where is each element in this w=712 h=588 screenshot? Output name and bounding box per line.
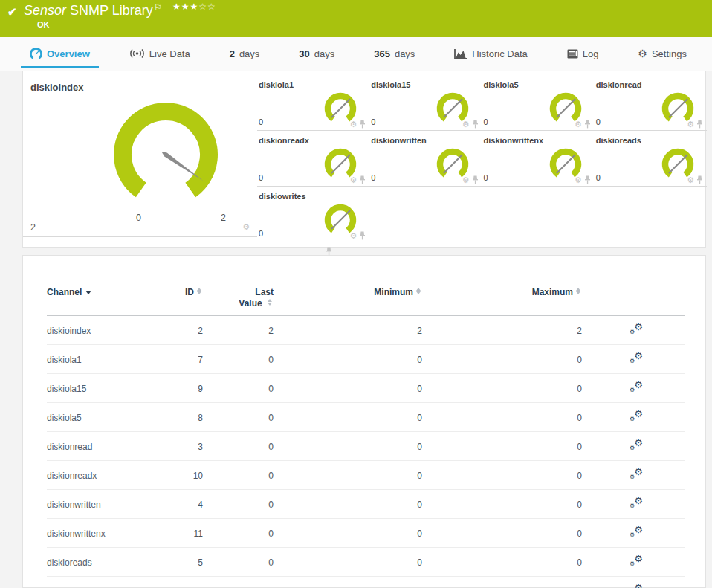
gear-icon[interactable]: ⚙ xyxy=(349,120,357,129)
gauge-needle xyxy=(444,99,462,117)
tab-2-days[interactable]: 2days xyxy=(221,41,269,68)
gear-icon[interactable]: ⚙ xyxy=(575,120,582,129)
channel-settings-icon[interactable]: ⚙⚙ xyxy=(630,352,643,364)
pin-icon[interactable] xyxy=(359,175,366,184)
channel-settings-icon[interactable]: ⚙⚙ xyxy=(630,526,643,538)
gear-icon[interactable]: ⚙ xyxy=(242,223,250,231)
priority-star-rating[interactable]: ★★★☆☆ xyxy=(172,1,216,12)
pin-icon[interactable] xyxy=(326,247,332,256)
tab-live-data[interactable]: Live Data xyxy=(120,41,199,68)
last-value-cell: 0 xyxy=(209,461,279,490)
channel-settings-icon[interactable]: ⚙⚙ xyxy=(630,584,643,588)
column-header-channel[interactable]: Channel xyxy=(47,287,157,316)
channel-settings-icon[interactable]: ⚙⚙ xyxy=(630,410,643,422)
status-check-icon: ✔ xyxy=(7,5,17,19)
table-row-diskionwritten: diskionwritten4000⚙⚙ xyxy=(47,490,685,519)
channel-name-cell: diskiowrites xyxy=(47,577,157,588)
maximum-cell: 0 xyxy=(428,519,588,548)
gauge-icon xyxy=(30,48,42,60)
gauge-current-value: 0 xyxy=(259,173,263,182)
tab-number: 2 xyxy=(230,48,235,59)
pin-icon[interactable] xyxy=(472,175,479,184)
minimum-cell: 2 xyxy=(279,316,428,345)
minimum-cell: 0 xyxy=(279,548,428,577)
gauge-current-value: 0 xyxy=(484,173,488,182)
gear-icon[interactable]: ⚙ xyxy=(349,176,357,184)
gauge-channel-label: diskioindex xyxy=(30,82,84,93)
sort-icon xyxy=(197,288,203,295)
pin-icon[interactable] xyxy=(359,231,366,240)
channel-settings-icon[interactable]: ⚙⚙ xyxy=(630,381,643,393)
settings-cell: ⚙⚙ xyxy=(588,461,685,490)
gauge-needle xyxy=(331,155,350,173)
gear-icon[interactable]: ⚙ xyxy=(575,176,582,184)
star-empty-icon[interactable]: ☆ xyxy=(198,1,207,12)
channel-settings-icon[interactable]: ⚙⚙ xyxy=(630,497,643,509)
star-filled-icon[interactable]: ★ xyxy=(190,1,199,12)
tab-label: days xyxy=(314,48,334,59)
column-header-id[interactable]: ID xyxy=(157,287,209,316)
settings-cell: ⚙⚙ xyxy=(588,548,685,577)
settings-cell: ⚙⚙ xyxy=(588,345,685,374)
minimum-cell: 0 xyxy=(279,577,428,588)
table-row-diskiola15: diskiola159000⚙⚙ xyxy=(47,374,685,403)
channel-settings-icon[interactable]: ⚙⚙ xyxy=(630,439,643,451)
pin-icon[interactable] xyxy=(584,175,591,184)
flag-icon[interactable]: ⚐ xyxy=(154,2,162,13)
settings-cell: ⚙⚙ xyxy=(588,519,685,548)
tab-bar: OverviewLive Data2days30days365daysHisto… xyxy=(0,37,712,71)
id-cell: 6 xyxy=(157,577,209,588)
sort-icon xyxy=(268,299,274,306)
tab-365-days[interactable]: 365days xyxy=(365,41,424,68)
pin-icon[interactable] xyxy=(472,120,479,129)
log-icon xyxy=(567,49,578,59)
star-filled-icon[interactable]: ★ xyxy=(181,1,190,12)
star-empty-icon[interactable]: ☆ xyxy=(207,1,216,12)
sensor-header-bar: ✔ Sensor SNMP Library ⚐ ★★★☆☆ OK xyxy=(0,0,712,37)
id-cell: 5 xyxy=(157,548,209,577)
tab-log[interactable]: Log xyxy=(558,41,608,68)
tab-number: 365 xyxy=(374,48,390,59)
gear-icon[interactable]: ⚙ xyxy=(462,176,470,184)
pin-icon[interactable] xyxy=(584,120,591,129)
column-header-last-value[interactable]: Last Value xyxy=(209,287,279,316)
gauge-current-value: 2 xyxy=(30,222,36,233)
column-header-minimum[interactable]: Minimum xyxy=(279,287,428,316)
gear-icon[interactable]: ⚙ xyxy=(687,120,694,129)
table-row-diskionwrittenx: diskionwrittenx11000⚙⚙ xyxy=(47,519,685,548)
pin-icon[interactable] xyxy=(359,120,366,129)
star-filled-icon[interactable]: ★ xyxy=(172,1,181,12)
channel-name-cell: diskionreadx xyxy=(47,461,157,490)
gauge-current-value: 0 xyxy=(259,229,263,238)
minimum-cell: 0 xyxy=(279,519,428,548)
tab-overview[interactable]: Overview xyxy=(21,41,99,68)
tab-historic-data[interactable]: Historic Data xyxy=(445,41,536,68)
maximum-cell: 2 xyxy=(428,316,588,345)
last-value-cell: 2 xyxy=(209,316,279,345)
tab-30-days[interactable]: 30days xyxy=(290,41,343,68)
channel-name-cell: diskiola15 xyxy=(47,374,157,403)
table-header-row: Channel ID Last Value Minimum Maximum xyxy=(47,287,685,316)
gauge-current-value: 0 xyxy=(371,117,375,126)
maximum-cell: 0 xyxy=(428,548,588,577)
gear-icon[interactable]: ⚙ xyxy=(349,232,357,240)
gauge-channel-label: diskioreads xyxy=(596,136,641,145)
maximum-cell: 0 xyxy=(428,345,588,374)
channel-table-panel: Channel ID Last Value Minimum Maximum di… xyxy=(22,255,706,588)
tab-settings[interactable]: ⚙Settings xyxy=(629,41,696,68)
gauge-needle xyxy=(669,155,687,173)
channel-name-cell: diskioreads xyxy=(47,548,157,577)
gauge-needle xyxy=(557,99,575,117)
last-value-cell: 0 xyxy=(209,374,279,403)
gear-icon[interactable]: ⚙ xyxy=(687,176,694,184)
channel-settings-icon[interactable]: ⚙⚙ xyxy=(630,468,643,480)
column-header-maximum[interactable]: Maximum xyxy=(428,287,588,316)
id-cell: 8 xyxy=(157,403,209,432)
channel-settings-icon[interactable]: ⚙⚙ xyxy=(630,323,643,335)
pin-icon[interactable] xyxy=(696,120,703,129)
channel-settings-icon[interactable]: ⚙⚙ xyxy=(630,555,643,567)
pin-icon[interactable] xyxy=(696,175,703,184)
gear-icon[interactable]: ⚙ xyxy=(462,120,470,129)
channel-name-cell: diskioindex xyxy=(47,316,157,345)
minimum-cell: 0 xyxy=(279,461,428,490)
